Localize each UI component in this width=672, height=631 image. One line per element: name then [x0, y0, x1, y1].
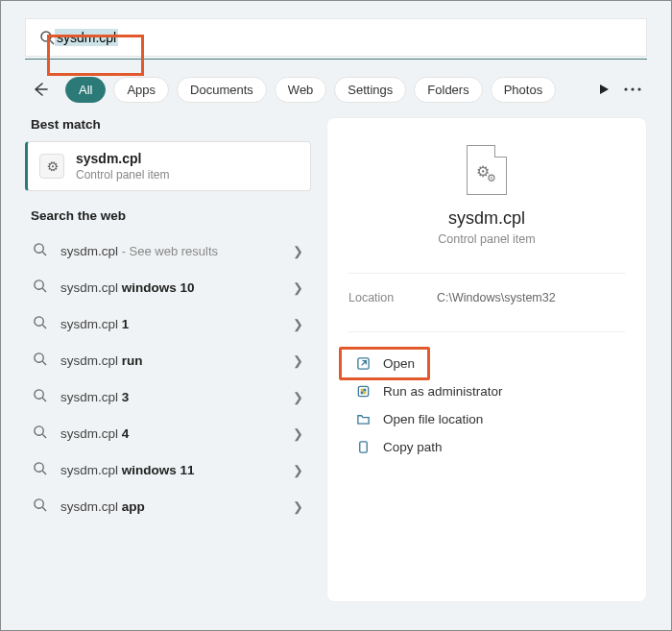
web-result[interactable]: sysdm.cpl app❯: [25, 488, 311, 524]
web-result[interactable]: sysdm.cpl 1❯: [25, 305, 311, 342]
chevron-right-icon: ❯: [293, 390, 303, 404]
web-result[interactable]: sysdm.cpl windows 11❯: [25, 451, 311, 488]
search-bar[interactable]: sysdm.cpl: [25, 18, 647, 57]
back-button[interactable]: [25, 75, 56, 104]
best-match-name: sysdm.cpl: [76, 151, 169, 166]
action-label: Open: [383, 356, 415, 371]
svg-line-8: [42, 288, 46, 292]
web-result-label: sysdm.cpl - See web results: [60, 244, 293, 258]
chevron-right-icon: ❯: [293, 280, 303, 295]
web-result[interactable]: sysdm.cpl - See web results❯: [25, 232, 311, 269]
search-underline: [25, 59, 647, 60]
action-label: Run as administrator: [383, 384, 503, 399]
search-icon: [33, 242, 47, 260]
svg-point-0: [41, 32, 51, 41]
svg-line-12: [42, 361, 46, 365]
best-match-kind: Control panel item: [76, 168, 169, 182]
web-result[interactable]: sysdm.cpl 3❯: [25, 378, 311, 415]
web-result[interactable]: sysdm.cpl 4❯: [25, 415, 311, 451]
web-result-label: sysdm.cpl windows 11: [60, 463, 293, 477]
separator: [348, 273, 625, 274]
action-label: Open file location: [383, 412, 483, 426]
search-icon: [33, 279, 47, 297]
svg-line-20: [42, 507, 46, 511]
tab-settings[interactable]: Settings: [334, 77, 406, 103]
chevron-right-icon: ❯: [293, 244, 303, 258]
tab-web[interactable]: Web: [275, 77, 327, 103]
svg-point-17: [35, 462, 43, 471]
web-result-label: sysdm.cpl 1: [60, 317, 293, 331]
svg-point-3: [631, 87, 634, 90]
copy-icon: [352, 440, 373, 454]
svg-line-1: [50, 40, 54, 44]
more-icon[interactable]: [618, 75, 647, 104]
svg-rect-24: [363, 389, 366, 392]
svg-rect-27: [359, 442, 367, 452]
file-icon: ⚙ ⚙: [467, 145, 507, 195]
svg-point-13: [35, 389, 43, 398]
svg-rect-26: [363, 392, 366, 395]
web-result-label: sysdm.cpl app: [60, 499, 293, 514]
svg-line-16: [42, 434, 46, 438]
svg-line-18: [42, 471, 46, 474]
svg-line-10: [42, 325, 46, 328]
separator: [348, 331, 625, 332]
tab-documents[interactable]: Documents: [177, 77, 267, 103]
chevron-right-icon: ❯: [293, 463, 303, 477]
search-web-heading: Search the web: [25, 208, 311, 232]
search-icon: [33, 352, 47, 370]
svg-line-14: [42, 398, 46, 401]
svg-point-11: [35, 352, 43, 361]
action-admin[interactable]: Run as administrator: [341, 377, 633, 405]
search-icon: [33, 388, 47, 406]
svg-rect-23: [360, 389, 363, 392]
shield-icon: [352, 384, 373, 399]
search-icon: [39, 30, 55, 45]
web-result[interactable]: sysdm.cpl run❯: [25, 342, 311, 378]
svg-point-9: [35, 316, 43, 325]
web-result-label: sysdm.cpl run: [60, 353, 293, 368]
chevron-right-icon: ❯: [293, 426, 303, 441]
svg-point-15: [35, 425, 43, 434]
svg-point-7: [35, 279, 43, 288]
svg-point-5: [35, 243, 43, 252]
meta-key: Location: [348, 291, 437, 304]
meta-value: C:\Windows\system32: [437, 291, 556, 304]
search-icon: [33, 461, 47, 479]
tab-photos[interactable]: Photos: [491, 77, 556, 103]
action-open[interactable]: Open: [341, 350, 633, 377]
open-icon: [352, 356, 373, 371]
svg-point-2: [624, 87, 627, 90]
web-result-label: sysdm.cpl 3: [60, 390, 293, 404]
cpl-icon: ⚙: [39, 154, 64, 179]
tab-apps[interactable]: Apps: [113, 77, 169, 103]
play-icon[interactable]: [589, 75, 618, 104]
svg-point-19: [35, 498, 43, 507]
search-text: sysdm.cpl: [55, 29, 118, 46]
chevron-right-icon: ❯: [293, 499, 303, 514]
best-match-item[interactable]: ⚙ sysdm.cpl Control panel item: [25, 141, 311, 191]
web-result-label: sysdm.cpl 4: [60, 426, 293, 441]
best-match-heading: Best match: [25, 117, 311, 141]
folder-icon: [352, 412, 373, 426]
detail-title: sysdm.cpl: [448, 208, 525, 229]
chevron-right-icon: ❯: [293, 353, 303, 368]
tab-all[interactable]: All: [65, 77, 106, 103]
search-icon: [33, 425, 47, 443]
web-result-label: sysdm.cpl windows 10: [60, 280, 293, 295]
action-copy[interactable]: Copy path: [341, 433, 633, 461]
svg-rect-25: [360, 392, 363, 395]
action-loc[interactable]: Open file location: [341, 405, 633, 433]
chevron-right-icon: ❯: [293, 317, 303, 331]
action-label: Copy path: [383, 440, 443, 454]
svg-point-4: [637, 87, 640, 90]
detail-subtitle: Control panel item: [438, 232, 535, 246]
gear-icon: ⚙: [487, 172, 496, 184]
web-result[interactable]: sysdm.cpl windows 10❯: [25, 269, 311, 305]
svg-line-6: [42, 252, 46, 255]
search-icon: [33, 315, 47, 333]
tab-folders[interactable]: Folders: [414, 77, 482, 103]
search-icon: [33, 498, 47, 516]
